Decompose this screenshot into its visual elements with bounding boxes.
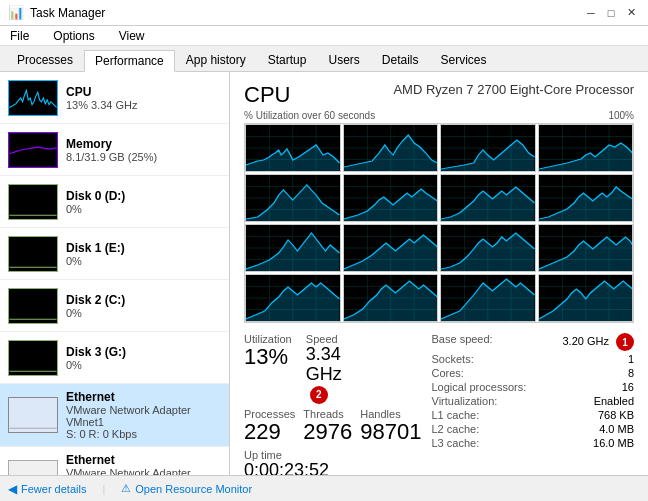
maximize-button[interactable]: □ <box>602 5 620 21</box>
spec-sockets: Sockets: 1 <box>432 353 635 365</box>
speed-value: 3.34 GHz 2 <box>306 345 360 404</box>
graph-cell-13 <box>343 274 439 322</box>
left-panel: CPU 13% 3.34 GHz Memory 8.1/31.9 GB (25%… <box>0 72 230 475</box>
graph-cell-1 <box>343 124 439 172</box>
graph-cell-11 <box>538 224 634 272</box>
disk2-label: Disk 2 (C:) <box>66 293 125 307</box>
right-panel: CPU AMD Ryzen 7 2700 Eight-Core Processo… <box>230 72 648 475</box>
processes-block: Processes 229 <box>244 408 295 444</box>
disk1-label: Disk 1 (E:) <box>66 241 125 255</box>
disk3-thumbnail <box>8 340 58 376</box>
utilization-value: 13% <box>244 345 298 369</box>
graph-cell-14 <box>440 274 536 322</box>
graph-cell-3 <box>538 124 634 172</box>
handles-value: 98701 <box>360 420 421 444</box>
disk3-detail: 0% <box>66 359 126 371</box>
open-resource-monitor-label: Open Resource Monitor <box>135 483 252 495</box>
fewer-details-label: Fewer details <box>21 483 86 495</box>
perf-item-disk0[interactable]: Disk 0 (D:) 0% <box>0 176 229 228</box>
ethernet2-label: Ethernet <box>66 453 221 467</box>
spec-logical-processors: Logical processors: 16 <box>432 381 635 393</box>
cpu-graph-grid <box>244 123 634 323</box>
cpu-model-name: AMD Ryzen 7 2700 Eight-Core Processor <box>393 82 634 97</box>
graph-cell-6 <box>440 174 536 222</box>
memory-label: Memory <box>66 137 157 151</box>
disk2-detail: 0% <box>66 307 125 319</box>
perf-item-cpu[interactable]: CPU 13% 3.34 GHz <box>0 72 229 124</box>
app-icon: 📊 <box>8 5 24 20</box>
cpu-section-title: CPU <box>244 82 290 108</box>
perf-item-ethernet2[interactable]: Ethernet VMware Network Adapter VMnet8 S… <box>0 447 229 475</box>
tab-users[interactable]: Users <box>317 49 370 71</box>
bottom-bar: ◀ Fewer details | ⚠ Open Resource Monito… <box>0 475 648 501</box>
svg-rect-2 <box>9 185 56 219</box>
uptime-label: Up time <box>244 449 422 461</box>
graph-label: % Utilization over 60 seconds <box>244 110 375 121</box>
app-title: Task Manager <box>30 6 105 20</box>
svg-rect-6 <box>9 398 56 432</box>
svg-rect-5 <box>9 341 56 375</box>
main-content: CPU 13% 3.34 GHz Memory 8.1/31.9 GB (25%… <box>0 72 648 475</box>
graph-cell-15 <box>538 274 634 322</box>
tab-startup[interactable]: Startup <box>257 49 318 71</box>
uptime-value: 0:00:23:52 <box>244 461 422 475</box>
cpu-detail: 13% 3.34 GHz <box>66 99 138 111</box>
svg-rect-4 <box>9 289 56 323</box>
badge-2: 2 <box>310 386 328 404</box>
perf-item-disk2[interactable]: Disk 2 (C:) 0% <box>0 280 229 332</box>
close-button[interactable]: ✕ <box>622 5 640 21</box>
tab-services[interactable]: Services <box>430 49 498 71</box>
fewer-details-link[interactable]: ◀ Fewer details <box>8 482 86 496</box>
menu-options[interactable]: Options <box>49 28 98 44</box>
graph-cell-5 <box>343 174 439 222</box>
svg-rect-1 <box>9 133 56 167</box>
cpu-label: CPU <box>66 85 138 99</box>
minimize-button[interactable]: ─ <box>582 5 600 21</box>
memory-thumbnail <box>8 132 58 168</box>
open-resource-monitor-link[interactable]: ⚠ Open Resource Monitor <box>121 482 252 495</box>
graph-cell-10 <box>440 224 536 272</box>
right-specs: Base speed: 3.20 GHz 1 Sockets: 1 Cores:… <box>432 333 635 475</box>
graph-cell-4 <box>245 174 341 222</box>
ethernet2-adapter: VMware Network Adapter VMnet8 <box>66 467 221 475</box>
perf-item-disk3[interactable]: Disk 3 (G:) 0% <box>0 332 229 384</box>
threads-block: Threads 2976 <box>303 408 352 444</box>
ethernet1-adapter: VMware Network Adapter VMnet1 <box>66 404 221 428</box>
memory-detail: 8.1/31.9 GB (25%) <box>66 151 157 163</box>
disk0-thumbnail <box>8 184 58 220</box>
graph-cell-9 <box>343 224 439 272</box>
tab-app-history[interactable]: App history <box>175 49 257 71</box>
perf-item-memory[interactable]: Memory 8.1/31.9 GB (25%) <box>0 124 229 176</box>
ethernet1-speed: S: 0 R: 0 Kbps <box>66 428 221 440</box>
ethernet1-label: Ethernet <box>66 390 221 404</box>
resource-monitor-icon: ⚠ <box>121 482 131 495</box>
tab-processes[interactable]: Processes <box>6 49 84 71</box>
svg-rect-3 <box>9 237 56 271</box>
empty-block <box>368 333 422 404</box>
spec-l3: L3 cache: 16.0 MB <box>432 437 635 449</box>
graph-cell-12 <box>245 274 341 322</box>
menu-bar: File Options View <box>0 26 648 46</box>
perf-item-ethernet1[interactable]: Ethernet VMware Network Adapter VMnet1 S… <box>0 384 229 447</box>
svg-rect-7 <box>9 461 56 475</box>
graph-cell-7 <box>538 174 634 222</box>
stats-specs-container: Utilization 13% Speed 3.34 GHz 2 Process… <box>244 333 634 475</box>
graph-cell-0 <box>245 124 341 172</box>
ethernet1-thumbnail <box>8 397 58 433</box>
cpu-thumbnail <box>8 80 58 116</box>
spec-virtualization: Virtualization: Enabled <box>432 395 635 407</box>
spec-cores: Cores: 8 <box>432 367 635 379</box>
disk0-label: Disk 0 (D:) <box>66 189 125 203</box>
perf-item-disk1[interactable]: Disk 1 (E:) 0% <box>0 228 229 280</box>
tab-performance[interactable]: Performance <box>84 50 175 72</box>
speed-block: Speed 3.34 GHz 2 <box>306 333 360 404</box>
tab-bar: Processes Performance App history Startu… <box>0 46 648 72</box>
uptime-block: Up time 0:00:23:52 <box>244 449 422 475</box>
fewer-details-icon: ◀ <box>8 482 17 496</box>
menu-view[interactable]: View <box>115 28 149 44</box>
menu-file[interactable]: File <box>6 28 33 44</box>
tab-details[interactable]: Details <box>371 49 430 71</box>
disk1-thumbnail <box>8 236 58 272</box>
disk2-thumbnail <box>8 288 58 324</box>
processes-value: 229 <box>244 420 295 444</box>
